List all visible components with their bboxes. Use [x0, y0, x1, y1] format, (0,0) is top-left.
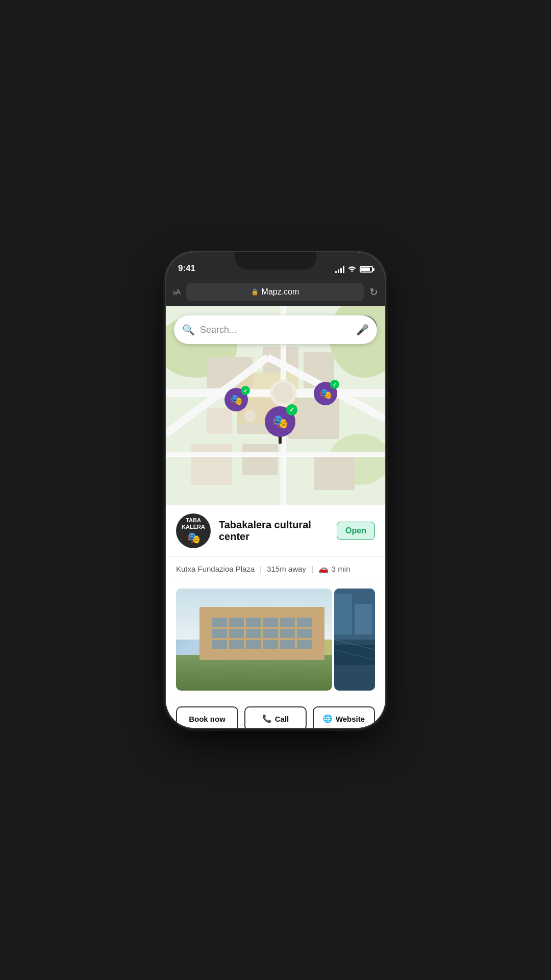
venue-logo: TABAKALERA 🎭 — [176, 513, 211, 548]
marker-bubble: 🎭 ✓ — [224, 388, 248, 411]
photo-secondary[interactable] — [334, 589, 375, 691]
search-input[interactable]: Search... — [200, 325, 351, 335]
venue-logo-theater-icon: 🎭 — [182, 531, 205, 545]
main-marker-check: ✓ — [286, 404, 297, 415]
venue-name: Tabakalera cultural center — [219, 519, 329, 543]
map-marker-1[interactable]: 🎭 ✓ — [224, 388, 248, 411]
venue-header: TABAKALERA 🎭 Tabakalera cultural center … — [166, 505, 385, 557]
signal-icon — [335, 266, 344, 273]
marker-check: ✓ — [330, 380, 339, 389]
mic-icon[interactable]: 🎤 — [356, 324, 369, 336]
svg-point-25 — [273, 383, 293, 403]
url-bar[interactable]: 🔒 Mapz.com — [186, 283, 364, 301]
status-icons — [335, 265, 373, 274]
map-search-bar[interactable]: 🔍 Search... 🎤 — [174, 315, 377, 344]
svg-point-26 — [244, 410, 256, 422]
location-info: Kutxa Fundazioa Plaza | 315m away | 🚗 3 … — [166, 557, 385, 581]
browser-bar: aA 🔒 Mapz.com ↻ — [166, 278, 385, 306]
website-label: Website — [336, 715, 365, 723]
marker-pin — [279, 436, 282, 444]
svg-rect-30 — [355, 604, 372, 634]
theater-icon: 🎭 — [319, 387, 332, 400]
svg-rect-11 — [191, 444, 232, 485]
battery-icon — [360, 266, 373, 273]
lock-icon: 🔒 — [251, 288, 259, 296]
separator-1: | — [260, 565, 262, 573]
book-label: Book now — [189, 715, 226, 723]
url-text: Mapz.com — [262, 287, 299, 297]
search-icon: 🔍 — [182, 324, 195, 336]
svg-rect-9 — [207, 408, 232, 434]
theater-icon-large: 🎭 — [272, 414, 288, 430]
call-label: Call — [275, 715, 289, 723]
call-icon: 📞 — [262, 714, 272, 723]
refresh-button[interactable]: ↻ — [369, 286, 378, 298]
call-button[interactable]: 📞 Call — [244, 706, 307, 728]
photo-strip[interactable] — [166, 581, 385, 698]
map-marker-2[interactable]: 🎭 ✓ — [314, 382, 337, 405]
action-buttons: Book now 📞 Call 🌐 Website — [166, 698, 385, 728]
svg-rect-12 — [314, 454, 355, 490]
distance-text: 315m away — [267, 565, 306, 573]
drive-time: 3 min — [332, 565, 350, 573]
svg-rect-29 — [334, 594, 352, 634]
photo-main[interactable] — [176, 589, 332, 691]
status-time: 9:41 — [178, 263, 195, 274]
map-marker-active[interactable]: 🎭 ✓ — [265, 406, 295, 444]
book-now-button[interactable]: Book now — [176, 706, 238, 728]
marker-bubble: 🎭 ✓ — [314, 382, 337, 405]
map-container[interactable]: 🔍 Search... 🎤 ⋮ 🎭 ✓ 🎭 ✓ — [166, 306, 385, 505]
open-status-badge: Open — [337, 522, 375, 540]
wifi-icon — [347, 265, 357, 274]
marker-check: ✓ — [241, 386, 250, 395]
website-button[interactable]: 🌐 Website — [313, 706, 375, 728]
main-marker-bubble: 🎭 ✓ — [265, 406, 295, 437]
separator-2: | — [311, 565, 313, 573]
venue-logo-text: TABAKALERA — [182, 517, 205, 530]
status-bar: 9:41 — [166, 252, 385, 278]
location-name: Kutxa Fundazioa Plaza — [176, 565, 255, 573]
globe-icon: 🌐 — [323, 714, 333, 723]
detail-panel: TABAKALERA 🎭 Tabakalera cultural center … — [166, 505, 385, 728]
svg-rect-10 — [242, 444, 278, 475]
car-icon: 🚗 — [318, 564, 329, 574]
aa-button[interactable]: aA — [173, 288, 181, 296]
theater-icon: 🎭 — [230, 394, 243, 406]
